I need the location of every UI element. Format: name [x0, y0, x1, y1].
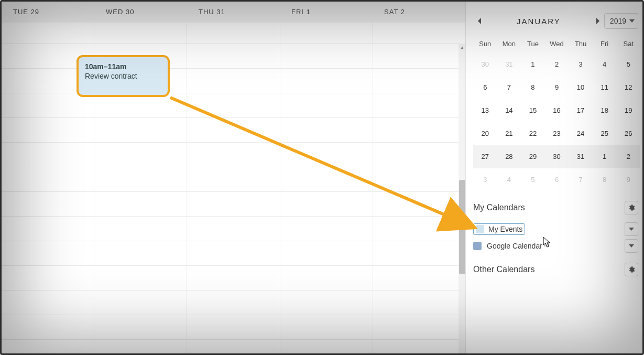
mini-day[interactable]: 11	[593, 76, 617, 99]
time-slot[interactable]	[373, 93, 465, 117]
mini-day[interactable]: 3	[473, 168, 497, 191]
mini-day[interactable]: 2	[616, 145, 640, 168]
scrollbar-thumb[interactable]	[459, 180, 465, 274]
time-slot[interactable]	[373, 340, 465, 355]
time-slot[interactable]	[2, 192, 94, 216]
time-slot[interactable]	[94, 340, 187, 355]
time-slot[interactable]	[373, 69, 465, 93]
time-slot[interactable]	[2, 266, 94, 290]
time-slot[interactable]	[280, 167, 373, 191]
time-slot[interactable]	[94, 315, 187, 339]
time-slot[interactable]	[280, 192, 373, 216]
next-month-button[interactable]	[592, 15, 604, 27]
time-slot[interactable]	[2, 167, 94, 191]
mini-day[interactable]: 26	[616, 122, 640, 145]
time-slot[interactable]	[94, 167, 187, 191]
mini-day[interactable]: 31	[497, 53, 521, 76]
time-slot[interactable]	[280, 143, 373, 167]
time-slot[interactable]	[373, 192, 465, 216]
time-slot[interactable]	[187, 192, 280, 216]
calendar-item[interactable]: Google Calendar™	[473, 238, 638, 254]
year-select[interactable]: 2019	[604, 13, 638, 29]
prev-month-button[interactable]	[473, 15, 486, 27]
time-slot[interactable]	[280, 118, 373, 142]
time-slot[interactable]	[187, 266, 280, 290]
time-slot[interactable]	[94, 291, 187, 315]
event-card[interactable]: 10am–11am Review contract	[77, 55, 170, 97]
time-slot[interactable]	[94, 241, 187, 265]
scrollbar[interactable]: ▲	[459, 44, 466, 353]
time-slot[interactable]	[280, 241, 373, 265]
calendar-options-dropdown[interactable]	[625, 239, 638, 253]
time-slot[interactable]	[2, 291, 94, 315]
time-slot[interactable]	[2, 217, 94, 241]
time-slot[interactable]	[187, 69, 280, 93]
time-slot[interactable]	[187, 118, 280, 142]
time-slot[interactable]	[187, 143, 280, 167]
time-slot[interactable]	[2, 241, 94, 265]
mini-day[interactable]: 20	[473, 122, 497, 145]
time-slot[interactable]	[94, 192, 187, 216]
time-slot[interactable]	[280, 69, 373, 93]
mini-day[interactable]: 13	[473, 99, 497, 122]
mini-day[interactable]: 2	[545, 53, 569, 76]
scroll-up-arrow[interactable]: ▲	[459, 44, 466, 52]
time-slot[interactable]	[94, 143, 187, 167]
mini-day[interactable]: 19	[616, 99, 640, 122]
mini-day[interactable]: 31	[569, 145, 593, 168]
time-slot[interactable]	[280, 93, 373, 117]
mini-day[interactable]: 9	[545, 76, 569, 99]
week-grid[interactable]	[2, 44, 465, 353]
time-slot[interactable]	[280, 44, 373, 68]
time-slot[interactable]	[187, 291, 280, 315]
mini-day[interactable]: 6	[473, 76, 497, 99]
mini-day[interactable]: 14	[497, 99, 521, 122]
time-slot[interactable]	[2, 315, 94, 339]
time-slot[interactable]	[373, 266, 465, 290]
mini-day[interactable]: 10	[569, 76, 593, 99]
mini-day[interactable]: 5	[521, 168, 545, 191]
time-slot[interactable]	[2, 118, 94, 142]
mini-day[interactable]: 8	[593, 168, 617, 191]
mini-day[interactable]: 12	[616, 76, 640, 99]
mini-day[interactable]: 7	[497, 76, 521, 99]
calendar-item[interactable]: My Events	[473, 221, 638, 238]
mini-day[interactable]: 5	[616, 53, 640, 76]
time-slot[interactable]	[187, 315, 280, 339]
time-slot[interactable]	[280, 217, 373, 241]
time-slot[interactable]	[187, 93, 280, 117]
mini-day[interactable]: 21	[497, 122, 521, 145]
mini-day[interactable]: 4	[497, 168, 521, 191]
time-slot[interactable]	[187, 217, 280, 241]
mini-day[interactable]: 3	[569, 53, 593, 76]
time-slot[interactable]	[373, 44, 465, 68]
time-slot[interactable]	[373, 143, 465, 167]
mini-day[interactable]: 16	[545, 99, 569, 122]
mini-day[interactable]: 27	[473, 145, 497, 168]
time-slot[interactable]	[280, 291, 373, 315]
time-slot[interactable]	[280, 315, 373, 339]
time-slot[interactable]	[373, 217, 465, 241]
time-slot[interactable]	[94, 266, 187, 290]
mini-day[interactable]: 1	[521, 53, 545, 76]
time-slot[interactable]	[373, 167, 465, 191]
time-slot[interactable]	[94, 217, 187, 241]
time-slot[interactable]	[187, 167, 280, 191]
mini-calendar[interactable]: SunMonTueWedThuFriSat3031123456789101112…	[473, 35, 640, 191]
time-slot[interactable]	[2, 93, 94, 117]
time-slot[interactable]	[373, 241, 465, 265]
mini-day[interactable]: 30	[545, 145, 569, 168]
time-slot[interactable]	[2, 340, 94, 355]
mini-day[interactable]: 29	[521, 145, 545, 168]
mini-day[interactable]: 25	[593, 122, 617, 145]
time-slot[interactable]	[373, 291, 465, 315]
time-slot[interactable]	[94, 118, 187, 142]
time-slot[interactable]	[280, 340, 373, 355]
mini-day[interactable]: 18	[593, 99, 617, 122]
mini-day[interactable]: 23	[545, 122, 569, 145]
mini-day[interactable]: 28	[497, 145, 521, 168]
calendar-options-dropdown[interactable]	[625, 222, 638, 236]
mini-day[interactable]: 22	[521, 122, 545, 145]
my-calendars-settings[interactable]	[625, 201, 638, 214]
time-slot[interactable]	[373, 118, 465, 142]
